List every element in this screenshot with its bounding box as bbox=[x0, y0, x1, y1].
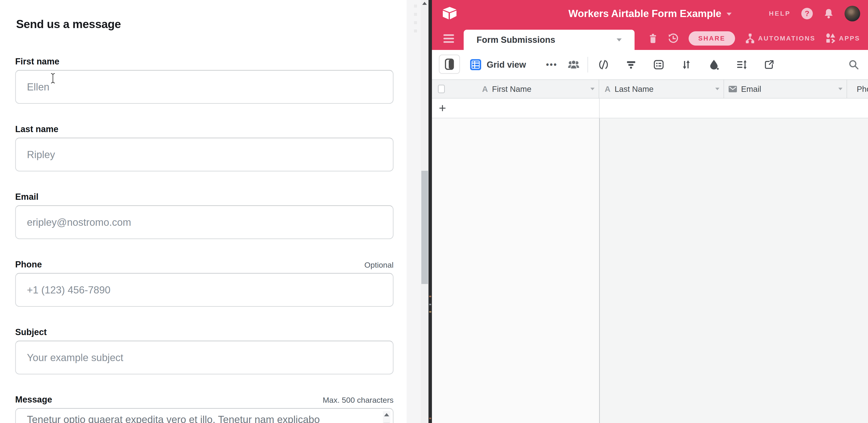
email-field-icon bbox=[728, 86, 737, 92]
filter-icon[interactable] bbox=[626, 59, 637, 70]
screen: Send us a message First name Last name E… bbox=[0, 0, 868, 423]
search-icon bbox=[848, 59, 859, 70]
column-divider bbox=[599, 98, 599, 118]
first-name-field: First name bbox=[15, 56, 394, 104]
trash-icon[interactable] bbox=[648, 33, 658, 44]
base-title[interactable]: Workers Airtable Form Example bbox=[568, 8, 721, 19]
gutter-dot bbox=[414, 5, 417, 8]
grid-header-row: A First Name A Last Name Email bbox=[432, 80, 868, 98]
sort-icon[interactable] bbox=[681, 59, 692, 70]
toolbar-divider bbox=[587, 57, 588, 72]
divider-artifact bbox=[429, 296, 431, 297]
message-label: Message bbox=[15, 395, 52, 404]
divider-artifact bbox=[429, 304, 431, 305]
window-divider bbox=[429, 0, 432, 423]
gutter-dot bbox=[414, 21, 417, 24]
sidebar-toggle-icon bbox=[445, 58, 454, 70]
grid-body-left bbox=[432, 118, 599, 423]
automations-icon bbox=[745, 33, 755, 44]
column-caret-icon[interactable] bbox=[590, 88, 594, 90]
user-avatar[interactable] bbox=[844, 6, 860, 22]
airtable-tabbar: Form Submissions SHARE bbox=[432, 27, 868, 50]
notifications-bell-icon[interactable] bbox=[824, 8, 834, 19]
subject-label: Subject bbox=[15, 327, 47, 337]
divider-artifact bbox=[429, 418, 431, 419]
help-button[interactable]: HELP bbox=[769, 10, 791, 17]
add-row-plus-icon[interactable]: + bbox=[439, 98, 446, 117]
subject-input[interactable] bbox=[15, 341, 394, 374]
table-name: Form Submissions bbox=[476, 35, 555, 45]
more-options-icon[interactable]: ••• bbox=[546, 50, 558, 80]
grid-body bbox=[432, 118, 868, 423]
share-button[interactable]: SHARE bbox=[689, 31, 735, 46]
sidebar-menu-icon[interactable] bbox=[443, 34, 454, 43]
row-height-icon[interactable] bbox=[736, 59, 747, 70]
gutter-dot bbox=[414, 29, 417, 32]
view-name: Grid view bbox=[487, 60, 526, 70]
color-icon[interactable] bbox=[708, 59, 719, 70]
table-tab-form-submissions[interactable]: Form Submissions bbox=[464, 30, 634, 50]
page-title: Send us a message bbox=[16, 18, 121, 31]
grid-body-right bbox=[600, 118, 868, 423]
view-toolbar: Grid view ••• bbox=[432, 50, 868, 80]
text-field-icon: A bbox=[482, 85, 488, 94]
text-cursor-icon bbox=[51, 73, 55, 84]
last-name-field: Last name bbox=[15, 124, 394, 172]
last-name-input[interactable] bbox=[15, 138, 394, 172]
first-name-input[interactable] bbox=[15, 70, 394, 104]
divider-artifact bbox=[429, 311, 431, 312]
help-circle-icon[interactable]: ? bbox=[801, 8, 813, 19]
column-header-email[interactable]: Email bbox=[724, 80, 847, 98]
apps-label: APPS bbox=[839, 35, 860, 42]
airtable-pane: Workers Airtable Form Example HELP ? For… bbox=[432, 0, 868, 423]
table-caret-icon[interactable] bbox=[617, 38, 622, 41]
email-label: Email bbox=[15, 192, 38, 202]
automations-button[interactable]: AUTOMATIONS bbox=[745, 33, 815, 44]
last-name-label: Last name bbox=[15, 124, 58, 134]
column-header-first-name[interactable]: A First Name bbox=[432, 80, 599, 98]
column-caret-icon[interactable] bbox=[715, 88, 719, 90]
collaborators-icon[interactable] bbox=[568, 50, 580, 80]
column-header-last-name[interactable]: A Last Name bbox=[599, 80, 724, 98]
history-icon[interactable] bbox=[668, 33, 679, 44]
view-sidebar-toggle-button[interactable] bbox=[439, 55, 460, 74]
grid-view-icon bbox=[470, 59, 481, 70]
automations-label: AUTOMATIONS bbox=[758, 35, 815, 42]
contact-form-pane: Send us a message First name Last name E… bbox=[0, 0, 407, 423]
phone-optional-note: Optional bbox=[364, 261, 394, 270]
base-title-caret-icon[interactable] bbox=[726, 13, 732, 16]
first-name-label: First name bbox=[15, 57, 59, 66]
message-maxchars-note: Max. 500 characters bbox=[323, 396, 394, 404]
phone-field: Phone Optional bbox=[15, 259, 394, 307]
airtable-topbar: Workers Airtable Form Example HELP ? bbox=[432, 0, 868, 27]
email-input[interactable] bbox=[15, 205, 394, 239]
gutter-dot bbox=[414, 13, 417, 16]
email-field: Email bbox=[15, 191, 394, 239]
column-caret-icon[interactable] bbox=[838, 88, 842, 90]
scrollbar-thumb[interactable] bbox=[421, 171, 428, 284]
scrollbar-up-arrow-icon[interactable] bbox=[422, 2, 427, 5]
phone-input[interactable] bbox=[15, 273, 394, 307]
subject-field: Subject bbox=[15, 327, 394, 374]
message-textarea[interactable]: Tenetur optio quaerat expedita vero et i… bbox=[15, 408, 394, 423]
column-header-phone[interactable]: Phone bbox=[847, 80, 868, 98]
add-row-row[interactable]: + bbox=[432, 98, 868, 118]
phone-label: Phone bbox=[15, 260, 42, 270]
message-field: Message Max. 500 characters Tenetur opti… bbox=[15, 394, 394, 423]
scroll-up-arrow-icon[interactable] bbox=[384, 413, 389, 416]
share-view-icon[interactable] bbox=[764, 59, 775, 70]
apps-icon bbox=[826, 33, 836, 44]
form-page-gutter bbox=[407, 0, 421, 423]
text-field-icon: A bbox=[604, 85, 611, 94]
hide-fields-icon[interactable] bbox=[598, 59, 609, 70]
group-icon[interactable] bbox=[653, 59, 664, 70]
search-button[interactable] bbox=[848, 50, 859, 80]
view-switcher[interactable]: Grid view bbox=[470, 50, 526, 80]
textarea-scrollbar[interactable] bbox=[383, 411, 390, 423]
apps-button[interactable]: APPS bbox=[826, 33, 860, 44]
